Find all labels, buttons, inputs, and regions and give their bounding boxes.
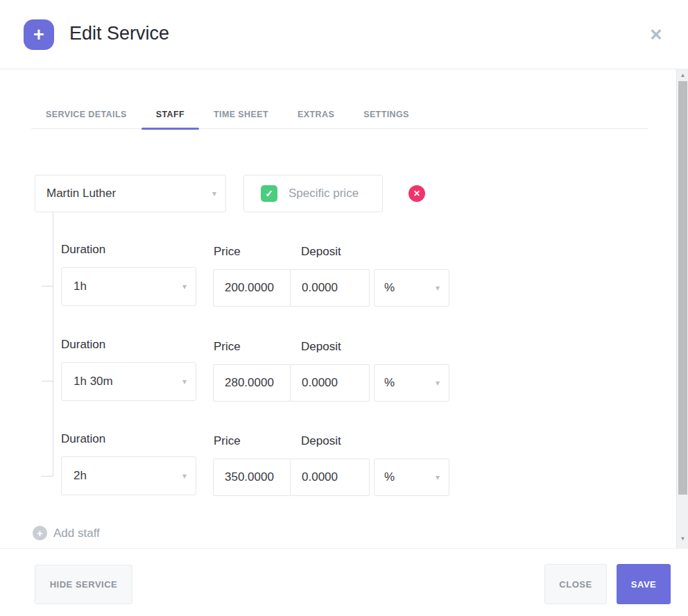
duration-select-value: 2h [74, 469, 87, 483]
price-label: Price [214, 245, 241, 259]
deposit-input[interactable] [290, 364, 370, 402]
specific-price-checkbox[interactable]: ✓ [261, 185, 277, 202]
staff-select-value: Martin Luther [46, 187, 116, 200]
duration-select-value: 1h 30m [74, 375, 113, 388]
modal-footer: HIDE SERVICE CLOSE SAVE [0, 548, 688, 616]
chevron-down-icon: ▾ [212, 189, 216, 198]
hide-service-button[interactable]: HIDE SERVICE [35, 565, 132, 604]
deposit-unit-value: % [384, 376, 395, 390]
duration-label: Duration [61, 432, 105, 446]
duration-select-value: 1h [74, 280, 87, 293]
add-staff-button[interactable]: + Add staff [33, 526, 100, 540]
staff-select[interactable]: Martin Luther ▾ [35, 175, 226, 212]
modal-header: + Edit Service ✕ [0, 0, 688, 69]
plus-circle-icon: + [33, 526, 47, 540]
edit-service-modal: + Edit Service ✕ SERVICE DETAILS STAFF T… [0, 0, 688, 616]
close-icon[interactable]: ✕ [646, 25, 666, 44]
tab-service-details[interactable]: SERVICE DETAILS [31, 100, 141, 128]
deposit-unit-select[interactable]: % ▾ [374, 364, 449, 402]
deposit-unit-value: % [384, 470, 395, 484]
deposit-input[interactable] [290, 269, 370, 307]
specific-price-label: Specific price [289, 187, 359, 200]
save-button[interactable]: SAVE [617, 564, 671, 604]
tree-connector-tick [42, 476, 53, 477]
tree-connector-line [53, 212, 53, 476]
price-input[interactable] [213, 364, 291, 402]
deposit-unit-value: % [384, 281, 395, 295]
scrollbar-thumb[interactable] [678, 81, 687, 495]
chevron-down-icon: ▾ [436, 283, 440, 293]
duration-label: Duration [61, 338, 105, 352]
service-plus-icon: + [24, 19, 54, 50]
price-label: Price [214, 434, 241, 448]
tab-bar: SERVICE DETAILS STAFF TIME SHEET EXTRAS … [31, 100, 648, 129]
tab-staff[interactable]: STAFF [141, 100, 199, 128]
chevron-down-icon: ▾ [182, 377, 187, 386]
add-staff-label: Add staff [53, 527, 100, 540]
tree-connector-tick [42, 381, 53, 382]
chevron-down-icon: ▾ [436, 378, 440, 388]
scroll-up-icon[interactable]: ▲ [677, 69, 688, 81]
price-input[interactable] [213, 459, 291, 496]
price-label: Price [214, 340, 241, 354]
deposit-input[interactable] [290, 459, 370, 496]
deposit-label: Deposit [301, 340, 341, 354]
duration-select[interactable]: 2h ▾ [61, 456, 196, 495]
price-input[interactable] [213, 269, 291, 307]
chevron-down-icon: ▾ [182, 282, 187, 291]
tab-settings[interactable]: SETTINGS [349, 100, 424, 128]
deposit-unit-select[interactable]: % ▾ [374, 269, 449, 307]
duration-select[interactable]: 1h 30m ▾ [61, 362, 196, 401]
close-button[interactable]: CLOSE [544, 564, 607, 604]
duration-label: Duration [61, 243, 105, 257]
tab-extras[interactable]: EXTRAS [283, 100, 349, 128]
chevron-down-icon: ▾ [436, 472, 440, 482]
deposit-unit-select[interactable]: % ▾ [374, 459, 449, 496]
tree-connector-tick [42, 286, 53, 286]
deposit-label: Deposit [301, 245, 341, 259]
remove-staff-button[interactable]: ✕ [409, 185, 425, 202]
duration-select[interactable]: 1h ▾ [61, 267, 196, 306]
chevron-down-icon: ▾ [182, 471, 187, 481]
tab-time-sheet[interactable]: TIME SHEET [199, 100, 283, 128]
scroll-down-icon[interactable]: ▼ [677, 533, 688, 545]
vertical-scrollbar: ▲ ▼ [676, 69, 688, 548]
specific-price-box: ✓ Specific price [243, 175, 383, 212]
page-title: Edit Service [69, 23, 169, 44]
deposit-label: Deposit [301, 434, 341, 448]
